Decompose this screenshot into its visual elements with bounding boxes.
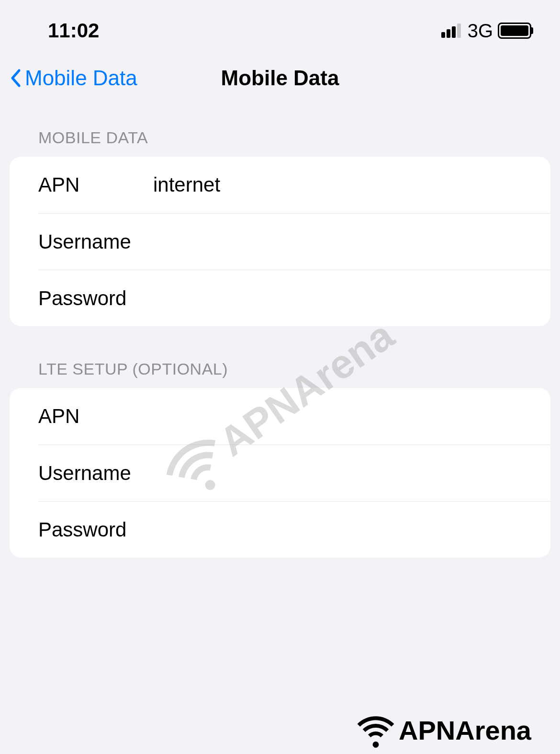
wifi-icon: [357, 711, 395, 749]
input-lte-username[interactable]: [153, 462, 522, 485]
input-password[interactable]: [153, 287, 522, 310]
input-username[interactable]: [153, 230, 522, 253]
input-lte-password[interactable]: [153, 518, 522, 541]
row-password[interactable]: Password: [38, 270, 550, 326]
navigation-bar: Mobile Data Mobile Data: [0, 52, 560, 114]
status-time: 11:02: [48, 19, 99, 42]
row-username[interactable]: Username: [38, 213, 550, 270]
signal-icon: [441, 23, 461, 38]
page-title: Mobile Data: [221, 66, 339, 90]
label-lte-apn: APN: [38, 405, 153, 428]
input-apn[interactable]: [153, 173, 522, 196]
row-lte-password[interactable]: Password: [38, 501, 550, 558]
battery-icon: [498, 23, 531, 39]
label-password: Password: [38, 287, 153, 310]
status-right: 3G: [441, 20, 531, 42]
back-label: Mobile Data: [25, 66, 137, 90]
group-lte: APN Username Password: [10, 388, 550, 558]
label-username: Username: [38, 230, 153, 253]
label-lte-username: Username: [38, 462, 153, 485]
label-apn: APN: [38, 173, 153, 196]
row-lte-apn[interactable]: APN: [10, 388, 550, 445]
label-lte-password: Password: [38, 518, 153, 541]
back-button[interactable]: Mobile Data: [10, 66, 137, 90]
chevron-back-icon: [10, 69, 21, 88]
content-area: MOBILE DATA APN Username Password LTE SE…: [0, 114, 560, 558]
input-lte-apn[interactable]: [153, 405, 522, 428]
status-bar: 11:02 3G: [0, 0, 560, 52]
row-apn[interactable]: APN: [10, 157, 550, 213]
group-mobile-data: APN Username Password: [10, 157, 550, 326]
logo-text: APNArena: [399, 715, 531, 746]
row-lte-username[interactable]: Username: [38, 445, 550, 501]
section-header-mobile-data: MOBILE DATA: [10, 114, 550, 157]
network-type: 3G: [468, 20, 493, 42]
section-header-lte: LTE SETUP (OPTIONAL): [10, 345, 550, 388]
logo: APNArena: [357, 711, 531, 749]
